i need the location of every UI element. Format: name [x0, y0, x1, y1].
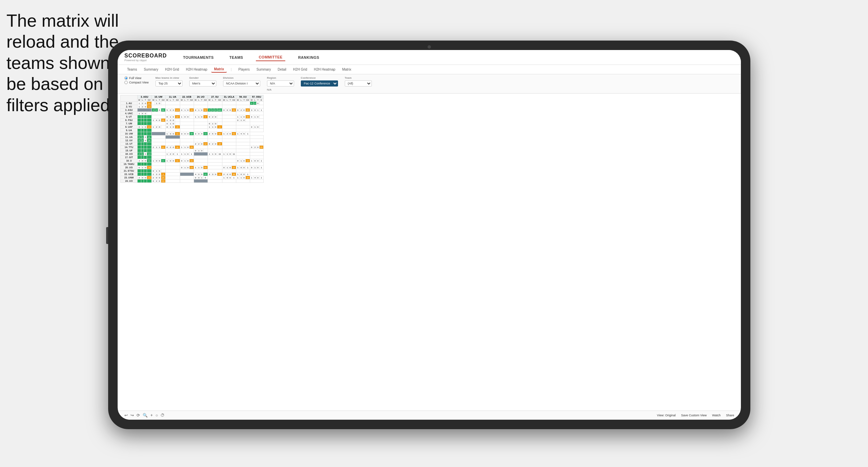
uw-uo-l: 0 — [197, 132, 200, 136]
nav-committee[interactable]: COMMITTEE — [256, 54, 285, 61]
zoom-out-icon[interactable]: 🔍 — [143, 413, 148, 418]
matrix-area[interactable]: 3. ASU 10. UW 11. UA 22. UCB 24. UO 27. … — [118, 94, 741, 411]
col-header-osu: 57. OSU — [250, 95, 263, 99]
sub-nav-players-matrix[interactable]: Matrix — [339, 67, 354, 72]
fsu-asu-t — [144, 119, 147, 122]
sub-nav-h2h-heatmap[interactable]: H2H Heatmap — [183, 67, 210, 72]
uw-w: W — [151, 99, 155, 102]
full-view-radio[interactable]: Full View — [124, 76, 149, 80]
compact-view-radio[interactable]: Compact View — [124, 81, 149, 84]
asu-ua-dif: 120 — [175, 108, 180, 112]
reset-icon[interactable]: ○ — [155, 413, 158, 418]
timer-icon[interactable]: ⏱ — [161, 413, 165, 418]
u18-ua-t: 0 — [172, 159, 175, 163]
ucb-ucla-t: 0 — [229, 173, 232, 176]
col-header-ucla: 31. UCLA — [222, 95, 236, 99]
au-uo-blank — [194, 102, 208, 105]
unm-uo-w: 0 — [194, 176, 197, 179]
osu-t: T — [257, 99, 260, 102]
unc-uu — [236, 112, 250, 115]
uf-uu — [236, 149, 250, 152]
sub-nav-summary[interactable]: Summary — [141, 67, 161, 72]
gender-select[interactable]: Men's — [189, 80, 216, 87]
unm-uo-l: 0 — [197, 176, 200, 179]
ut2-su-l: 2 — [211, 142, 214, 146]
su-t: T — [214, 99, 217, 102]
uaf-ua-dif: 15 — [175, 125, 180, 129]
view-original-btn[interactable]: View: Original — [657, 414, 676, 417]
sub-nav-players-detail[interactable]: Detail — [275, 67, 289, 72]
ug-asu-w: 0 — [138, 166, 141, 169]
uo-ucb-w: 1 — [180, 152, 184, 156]
fsu-uu-t: 0 — [243, 119, 246, 122]
sub-nav-matrix[interactable]: Matrix — [211, 66, 226, 73]
uw-su-dif: 60 — [217, 132, 222, 136]
conference-select[interactable]: Pac-12 Conference — [301, 80, 338, 87]
ua2-uu — [236, 136, 250, 139]
nav-tournaments[interactable]: TOURNAMENTS — [180, 54, 217, 61]
save-custom-btn[interactable]: Save Custom View — [681, 414, 707, 417]
ua-t: T — [172, 99, 175, 102]
asu-self — [138, 108, 152, 112]
division-label: Division — [223, 76, 260, 79]
nav-teams[interactable]: TEAMS — [226, 54, 246, 61]
uf-asu-w — [138, 149, 141, 152]
division-filter: Division NCAA Division I — [223, 76, 260, 87]
um-ucb — [180, 122, 194, 125]
uw-osu-d: 1 — [245, 132, 250, 136]
ucla-dif: Dif — [232, 99, 236, 102]
max-teams-select[interactable]: Top 25 — [155, 80, 183, 87]
sub-nav-players-summary[interactable]: Summary — [254, 67, 274, 72]
fsu-asu-w — [138, 119, 141, 122]
sub-nav-players[interactable]: Players — [236, 67, 252, 72]
redo-icon[interactable]: ↪ — [130, 413, 134, 418]
ut2-uo-dif: 12 — [203, 142, 208, 146]
row-label-etsu: 21. ETSU — [121, 169, 138, 173]
tamu-osu — [250, 163, 263, 166]
refresh-icon[interactable]: ⟳ — [137, 413, 140, 418]
uw-l: L — [155, 99, 158, 102]
share-btn[interactable]: Share — [726, 414, 734, 417]
sub-nav-teams[interactable]: Teams — [124, 67, 140, 72]
sub-nav-players-h2h-grid[interactable]: H2H Grid — [290, 67, 310, 72]
team-select[interactable]: (All) — [345, 80, 372, 87]
asu-ua-l: 0 — [169, 108, 172, 112]
asu-ua-t: 0 — [172, 108, 175, 112]
conference-filter: Conference Pac-12 Conference — [301, 76, 338, 87]
asu-uw-w: 0 — [151, 108, 155, 112]
division-select[interactable]: NCAA Division I — [223, 80, 260, 87]
unc-uw — [151, 112, 165, 115]
uo-ucb-dif: 1 — [189, 152, 194, 156]
etsu-uw-t: 0 — [158, 169, 161, 173]
undo-icon[interactable]: ↩ — [124, 413, 128, 418]
uo2-self — [194, 179, 208, 183]
au-ua-blank — [165, 102, 180, 105]
zoom-in-icon[interactable]: + — [150, 413, 153, 418]
asu-su-t: 0 — [214, 108, 217, 112]
unm-ucb — [180, 176, 194, 179]
unm-ucla-t: 0 — [229, 176, 232, 179]
u18-ucb-t: 0 — [187, 159, 190, 163]
row-label-uw: 10. UW — [121, 132, 138, 136]
watch-btn[interactable]: Watch — [712, 414, 721, 417]
ua-osu — [250, 129, 263, 132]
row-label-au: 1. AU — [121, 102, 138, 105]
uv-ucla — [222, 139, 236, 142]
sub-nav-h2h-grid[interactable]: H2H Grid — [162, 67, 182, 72]
row-label-uo2: 24. UO — [121, 179, 138, 183]
ug-asu-t: 0 — [144, 166, 147, 169]
u18-asu-l: 0 — [141, 159, 144, 163]
max-teams-label: Max teams in view — [155, 76, 183, 79]
uaf-ucb — [180, 125, 194, 129]
sub-nav-players-h2h-heatmap[interactable]: H2H Heatmap — [311, 67, 338, 72]
unm-osu-l: 4 — [254, 176, 257, 179]
ut-asu-dif — [147, 115, 152, 119]
uf-asu-t — [144, 149, 147, 152]
region-select[interactable]: N/A — [267, 80, 294, 87]
row-label-ua: 9. UA — [121, 129, 138, 132]
ucb-su-t: 0 — [214, 173, 217, 176]
ut-osu-l: 1 — [254, 115, 257, 119]
ug-ucb-t: 0 — [187, 166, 190, 169]
nav-rankings[interactable]: RANKINGS — [295, 54, 322, 61]
ttu-osu-t: 0 — [257, 146, 260, 149]
